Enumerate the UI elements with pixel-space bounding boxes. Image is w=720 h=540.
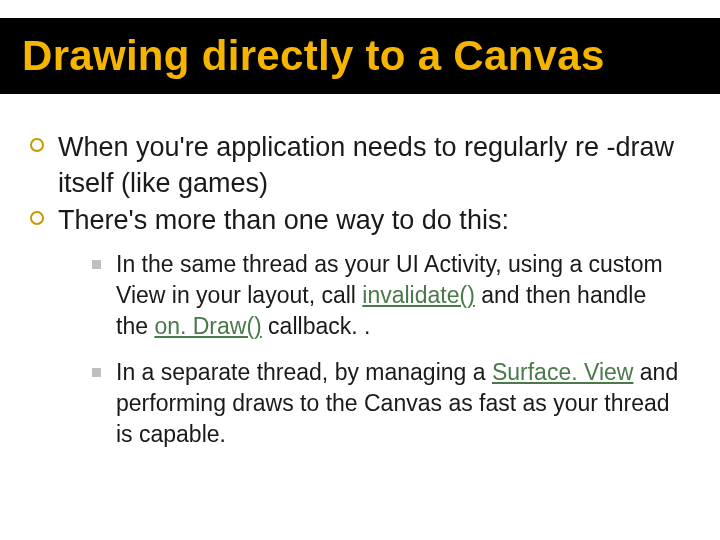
slide-body: When you're application needs to regular… [28, 130, 680, 464]
link-invalidate[interactable]: invalidate() [362, 282, 475, 308]
bullet-item: When you're application needs to regular… [28, 130, 680, 201]
slide-title: Drawing directly to a Canvas [22, 32, 605, 80]
sub-bullet-item: In a separate thread, by managing a Surf… [92, 357, 680, 451]
bullet-list-level2: In the same thread as your UI Activity, … [92, 249, 680, 451]
link-ondraw[interactable]: on. Draw() [154, 313, 261, 339]
bullet-text: There's more than one way to do this: [58, 205, 509, 235]
text-run: In a separate thread, by managing a [116, 359, 492, 385]
title-band: Drawing directly to a Canvas [0, 18, 720, 94]
text-run: callback. . [262, 313, 371, 339]
sub-bullet-item: In the same thread as your UI Activity, … [92, 249, 680, 343]
bullet-list-level1: When you're application needs to regular… [28, 130, 680, 450]
link-surfaceview[interactable]: Surface. View [492, 359, 633, 385]
slide: Drawing directly to a Canvas When you're… [0, 0, 720, 540]
bullet-item: There's more than one way to do this: In… [28, 203, 680, 450]
